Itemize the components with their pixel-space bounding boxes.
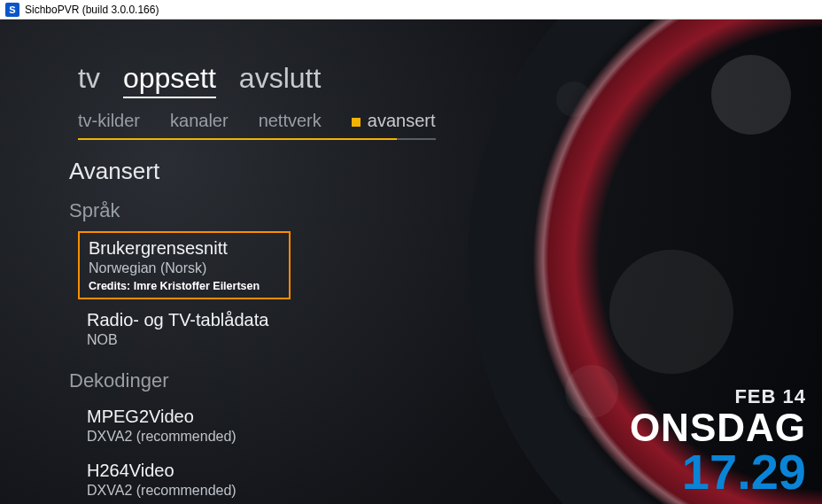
- app-icon: S: [5, 3, 19, 17]
- background-bokeh: [711, 55, 791, 135]
- section-label-language: Språk: [69, 199, 291, 222]
- page-heading: Avansert: [69, 158, 291, 185]
- item-epg-language[interactable]: Radio- og TV-tablådata NOB: [78, 305, 291, 353]
- item-title: Brukergrensesnitt: [89, 238, 280, 259]
- item-mpeg2-decoder[interactable]: MPEG2Video DXVA2 (recommended): [78, 401, 291, 450]
- item-ui-language[interactable]: Brukergrensesnitt Norwegian (Norsk) Cred…: [78, 231, 291, 299]
- section-decoders: Dekodinger MPEG2Video DXVA2 (recommended…: [69, 369, 291, 504]
- window-titlebar: S SichboPVR (build 3.0.0.166): [0, 0, 822, 19]
- subnav-nettverk[interactable]: nettverk: [259, 111, 322, 131]
- app-content: tv oppsett avslutt tv-kilder kanaler net…: [0, 19, 822, 504]
- subnav-avansert[interactable]: avansert: [352, 111, 436, 131]
- section-label-decoders: Dekodinger: [69, 369, 291, 392]
- item-value: Norwegian (Norsk): [89, 260, 280, 276]
- item-value: DXVA2 (recommended): [87, 429, 282, 445]
- item-title: H264Video: [87, 461, 282, 481]
- window-title: SichboPVR (build 3.0.0.166): [25, 4, 159, 16]
- nav-tv[interactable]: tv: [78, 62, 100, 95]
- item-h264-decoder[interactable]: H264Video DXVA2 (recommended): [78, 455, 291, 504]
- nav-underline: [78, 138, 436, 140]
- background-bokeh: [609, 250, 733, 374]
- top-nav: tv oppsett avslutt tv-kilder kanaler net…: [78, 62, 436, 131]
- selection-marker-icon: [352, 118, 361, 127]
- clock-panel: FEB 14 ONSDAG 17.29: [630, 385, 806, 497]
- subnav-kanaler[interactable]: kanaler: [170, 111, 229, 131]
- item-value: NOB: [87, 332, 282, 348]
- subnav-tv-kilder[interactable]: tv-kilder: [78, 111, 140, 131]
- clock-day-of-week: ONSDAG: [630, 408, 806, 447]
- item-credits: Credits: Imre Kristoffer Eilertsen: [89, 280, 280, 292]
- section-language: Språk Brukergrensesnitt Norwegian (Norsk…: [69, 199, 291, 353]
- settings-page: Avansert Språk Brukergrensesnitt Norwegi…: [69, 158, 291, 504]
- nav-secondary: tv-kilder kanaler nettverk avansert: [78, 111, 436, 131]
- background-bokeh: [565, 365, 618, 418]
- nav-oppsett[interactable]: oppsett: [123, 62, 216, 98]
- nav-avslutt[interactable]: avslutt: [239, 62, 321, 95]
- item-value: DXVA2 (recommended): [87, 483, 282, 499]
- subnav-avansert-label: avansert: [368, 111, 436, 130]
- clock-time: 17.29: [630, 447, 806, 497]
- background-bokeh: [556, 81, 592, 117]
- item-title: MPEG2Video: [87, 407, 282, 427]
- nav-primary: tv oppsett avslutt: [78, 62, 436, 98]
- item-title: Radio- og TV-tablådata: [87, 310, 282, 330]
